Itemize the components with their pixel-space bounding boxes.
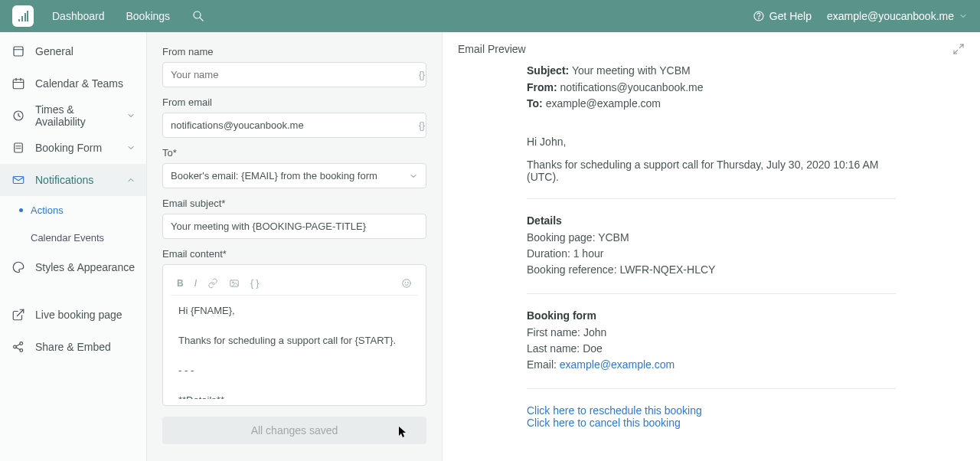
svg-rect-2 [24,13,26,21]
sidebar-label: Notifications [35,174,93,186]
sidebar-item-general[interactable]: General [0,35,146,67]
chevron-down-icon [959,11,968,21]
token-icon[interactable]: { } [250,278,259,289]
get-help-link[interactable]: Get Help [753,10,812,22]
from-name-label: From name [162,46,439,57]
nav-bookings[interactable]: Bookings [126,10,171,22]
calendar-icon [11,76,26,91]
from-email-label: From email [162,96,439,108]
editor-toolbar: B I { } [171,271,418,296]
from-email-input[interactable] [162,113,426,138]
svg-rect-24 [230,280,239,286]
pv-email-link[interactable]: example@example.com [560,358,675,371]
email-preview-panel: Email Preview Subject: Your meeting with… [442,32,980,461]
chevron-up-icon [126,175,136,185]
emoji-icon[interactable] [401,278,412,289]
help-icon [753,10,765,22]
pv-to-label: To: [527,97,543,110]
sidebar-sub-calendar-events[interactable]: Calendar Events [0,224,146,251]
clock-icon [11,108,26,123]
pv-intro: Thanks for scheduling a support call for… [527,159,896,183]
sidebar-item-booking-form[interactable]: Booking Form [0,132,146,164]
sidebar-label: Live booking page [35,309,122,321]
cancel-link[interactable]: Click here to cancel this booking [527,417,681,429]
search-icon[interactable] [191,9,205,23]
svg-point-28 [407,282,408,283]
italic-icon[interactable]: I [194,278,197,289]
sidebar-item-share-embed[interactable]: Share & Embed [0,331,146,363]
sidebar-label: Styles & Appearance [35,261,135,273]
svg-line-22 [16,344,20,346]
save-button: All changes saved [162,417,426,444]
pv-subject-label: Subject: [527,64,569,77]
user-menu[interactable]: example@youcanbook.me [827,10,968,22]
to-label: To* [162,147,439,159]
svg-rect-10 [13,80,24,89]
link-icon[interactable] [207,278,218,289]
pv-last-name: Last name: Doe [527,341,896,357]
svg-rect-18 [13,177,24,184]
general-icon [11,44,26,59]
palette-icon [11,260,26,275]
svg-line-30 [954,50,958,54]
reschedule-link[interactable]: Click here to reschedule this booking [527,404,702,417]
sidebar-item-calendar-teams[interactable]: Calendar & Teams [0,67,146,100]
sidebar-sub-actions[interactable]: Actions [0,196,146,224]
logo-icon [17,10,29,22]
subject-input[interactable] [162,214,426,239]
sidebar-label: General [35,45,74,57]
chevron-down-icon [126,111,136,120]
svg-rect-1 [21,16,23,21]
sidebar-label: Booking Form [35,142,102,154]
divider [527,198,896,199]
svg-line-23 [16,348,20,350]
sidebar-item-live-page[interactable]: Live booking page [0,299,146,331]
from-name-input[interactable] [162,62,426,87]
insert-token-icon[interactable]: {} [419,120,425,131]
external-link-icon [11,307,26,322]
pv-from: notifications@youcanbook.me [560,81,704,93]
pv-from-label: From: [527,81,557,93]
chevron-down-icon [409,172,418,181]
svg-rect-15 [15,143,23,152]
pv-greeting: Hi John, [527,136,896,148]
pv-subject: Your meeting with YCBM [572,64,691,77]
content-label: Email content* [162,248,439,260]
content-editor[interactable]: B I { } Hi {FNAME}, Thanks for schedulin… [162,264,426,406]
expand-icon[interactable] [952,43,965,55]
divider [527,388,896,389]
sidebar-label: Times & Availability [35,103,126,128]
insert-token-icon[interactable]: {} [419,70,425,80]
svg-line-29 [959,44,963,48]
svg-line-5 [200,18,203,21]
sidebar-label: Calendar & Teams [35,77,123,90]
bold-icon[interactable]: B [177,278,184,289]
app-header: Dashboard Bookings Get Help example@youc… [0,0,980,32]
mail-icon [11,172,26,188]
image-icon[interactable] [229,278,240,289]
svg-rect-8 [14,47,23,56]
to-select[interactable]: Booker's email: {EMAIL} from the booking… [162,163,426,188]
svg-rect-3 [27,11,28,21]
svg-point-25 [232,281,234,283]
notification-form: From name {} From email {} To* Booker's … [147,32,442,461]
svg-point-27 [405,282,406,283]
form-icon [11,140,26,155]
svg-rect-0 [18,19,20,21]
sidebar-item-styles[interactable]: Styles & Appearance [0,251,146,283]
sidebar: General Calendar & Teams Times & Availab… [0,32,147,461]
pv-form-heading: Booking form [527,309,896,322]
editor-body[interactable]: Hi {FNAME}, Thanks for scheduling a supp… [171,296,418,399]
sidebar-item-notifications[interactable]: Notifications [0,164,146,196]
sidebar-label: Share & Embed [35,341,111,353]
get-help-label: Get Help [769,10,812,22]
pv-email-label: Email: [527,358,560,371]
nav-dashboard[interactable]: Dashboard [52,10,105,22]
share-icon [11,339,26,355]
sidebar-item-times[interactable]: Times & Availability [0,100,146,132]
pv-first-name: First name: John [527,325,896,341]
logo[interactable] [12,5,34,27]
divider [527,293,896,294]
pv-details-heading: Details [527,214,896,227]
subject-label: Email subject* [162,198,439,209]
